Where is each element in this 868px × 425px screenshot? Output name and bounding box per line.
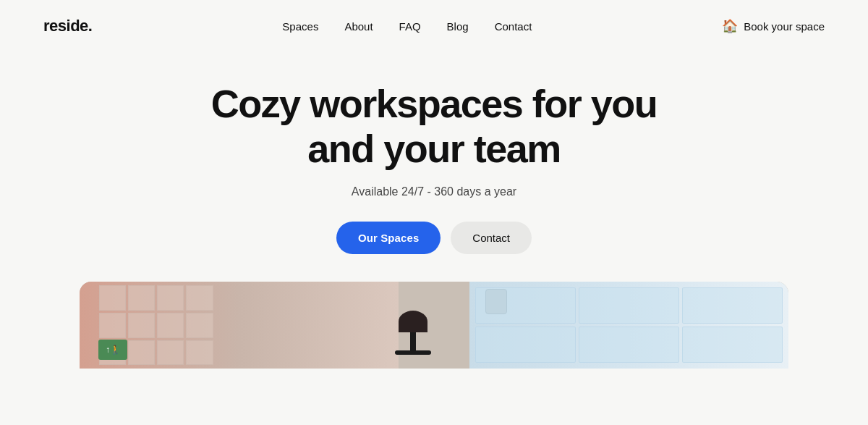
grid-cell	[99, 313, 126, 338]
nav-links: Spaces About FAQ Blog Contact	[282, 20, 532, 33]
hero-title: Cozy workspaces for you and your team	[210, 81, 658, 171]
navbar: reside. Spaces About FAQ Blog Contact 🏠 …	[0, 0, 868, 52]
grid-cell	[157, 340, 184, 366]
book-label: Book your space	[744, 20, 825, 33]
window-pane	[475, 327, 576, 363]
workspace-image: ↑🚶	[80, 282, 788, 369]
nav-link-spaces[interactable]: Spaces	[282, 20, 318, 33]
chair-neck	[410, 332, 416, 350]
grid-cell	[186, 340, 213, 366]
nav-link-faq[interactable]: FAQ	[399, 20, 421, 33]
grid-cell	[186, 313, 213, 338]
window-pane	[682, 327, 783, 363]
hero-section: Cozy workspaces for you and your team Av…	[0, 52, 868, 276]
center-object	[384, 303, 442, 369]
chair-shape	[391, 311, 435, 369]
grid-cell	[128, 340, 155, 366]
grid-cell	[99, 285, 126, 311]
grid-cell	[186, 285, 213, 311]
chair-base	[395, 350, 431, 355]
window-pane	[475, 287, 576, 324]
workspace-image-section: ↑🚶	[0, 282, 868, 369]
grid-cell	[157, 285, 184, 311]
exit-arrow-icon: ↑🚶	[106, 345, 121, 355]
contact-button[interactable]: Contact	[451, 222, 532, 254]
window-pane	[682, 287, 783, 324]
book-space-button[interactable]: 🏠 Book your space	[722, 18, 825, 34]
our-spaces-button[interactable]: Our Spaces	[336, 222, 441, 254]
grid-cell	[157, 313, 184, 338]
chair-top	[399, 311, 427, 332]
brand-logo[interactable]: reside.	[43, 17, 92, 35]
window-grid	[469, 282, 788, 369]
nav-link-about[interactable]: About	[344, 20, 373, 33]
nav-link-contact[interactable]: Contact	[495, 20, 532, 33]
grid-cell	[128, 313, 155, 338]
exit-sign: ↑🚶	[98, 340, 127, 360]
grid-cell	[128, 285, 155, 311]
book-icon: 🏠	[722, 18, 738, 34]
image-right-panel	[469, 282, 788, 369]
window-pane	[579, 327, 679, 363]
hero-subtitle: Available 24/7 - 360 days a year	[352, 185, 516, 198]
image-left-panel: ↑🚶	[80, 282, 399, 369]
nav-link-blog[interactable]: Blog	[447, 20, 469, 33]
window-pane	[579, 287, 679, 324]
hero-buttons: Our Spaces Contact	[336, 222, 532, 254]
